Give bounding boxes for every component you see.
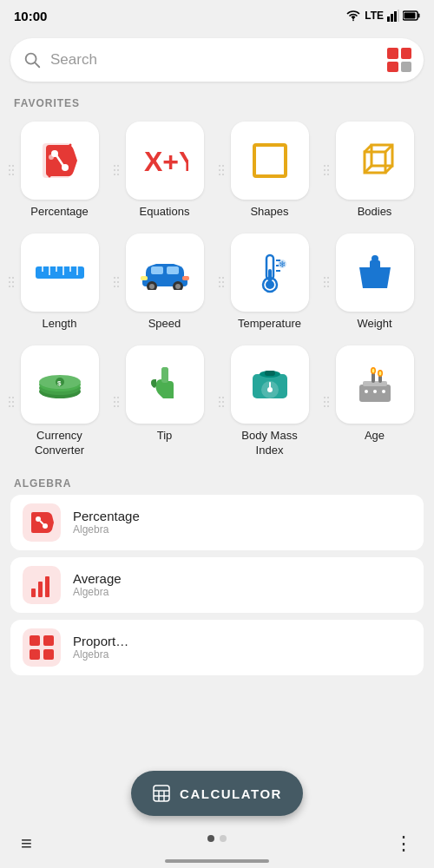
svg-point-68: [372, 368, 374, 372]
svg-rect-36: [167, 266, 179, 274]
svg-rect-5: [418, 14, 420, 18]
svg-text:$: $: [57, 379, 62, 387]
svg-point-34: [175, 284, 181, 289]
weight-label: Weight: [357, 317, 391, 332]
svg-point-62: [267, 387, 273, 392]
algebra-list: Percentage Algebra Average Algebra: [0, 495, 434, 675]
calc-item-currency[interactable]: $ CurrencyConverter: [7, 339, 112, 465]
fab-container: CALCULATOR: [0, 771, 434, 816]
percentage-label: Percentage: [30, 205, 89, 220]
drag-handle: [114, 397, 119, 407]
svg-point-32: [149, 284, 155, 289]
svg-point-73: [382, 390, 385, 393]
equations-icon-box: X+Y: [126, 122, 204, 200]
page-indicator: [207, 835, 227, 842]
bodies-label: Bodies: [358, 205, 392, 220]
tip-icon: [142, 362, 187, 407]
signal-icon: [387, 10, 399, 22]
favorites-grid: Percentage X+Y Equations Shapes: [0, 115, 434, 465]
wifi-icon: [345, 10, 361, 22]
list-subtitle-percentage: Algebra: [73, 523, 140, 536]
drag-handle: [219, 277, 224, 287]
calc-item-bodies[interactable]: Bodies: [322, 115, 427, 227]
calc-item-tip[interactable]: Tip: [112, 339, 217, 465]
age-icon: [352, 362, 398, 407]
status-bar: 10:00 LTE: [0, 0, 434, 31]
list-item-average[interactable]: Average Algebra: [10, 557, 424, 613]
grid-icon[interactable]: [387, 48, 411, 72]
drag-handle: [114, 277, 119, 287]
calc-item-length[interactable]: Length: [7, 227, 112, 339]
shapes-label: Shapes: [250, 205, 288, 220]
drag-handle: [9, 277, 14, 287]
shapes-icon: [247, 138, 293, 183]
bodies-icon-box: [336, 122, 414, 200]
calculator-icon: [152, 784, 171, 803]
calc-item-age[interactable]: Age: [322, 339, 427, 465]
grid-cell-3: [387, 62, 398, 73]
svg-rect-6: [404, 13, 416, 19]
list-text-proportion: Proport… Algebra: [73, 634, 128, 661]
svg-text:X+Y: X+Y: [144, 146, 188, 176]
svg-rect-79: [45, 576, 49, 597]
speed-icon-box: [126, 233, 204, 312]
battery-icon: [403, 10, 420, 21]
status-time: 10:00: [14, 9, 47, 23]
search-icon: [23, 50, 42, 69]
status-icons: LTE: [345, 10, 420, 22]
calc-item-weight[interactable]: Weight: [322, 227, 427, 339]
home-bar: [165, 859, 269, 863]
temperature-label: Temperature: [238, 317, 301, 332]
temperature-icon-box: ❄: [231, 233, 309, 312]
bmi-icon-box: [231, 345, 309, 424]
list-item-percentage[interactable]: Percentage Algebra: [10, 495, 424, 550]
svg-text:❄: ❄: [279, 260, 286, 269]
svg-point-42: [266, 280, 274, 289]
calc-item-equations[interactable]: X+Y Equations: [112, 115, 217, 227]
indicator-dot-1: [207, 835, 214, 842]
currency-icon: $: [35, 367, 85, 402]
algebra-label: ALGEBRA: [0, 469, 434, 495]
calc-item-bmi[interactable]: Body MassIndex: [217, 339, 322, 465]
list-item-proportion[interactable]: Proport… Algebra: [10, 620, 424, 675]
overflow-icon[interactable]: ⋮: [394, 832, 413, 855]
calc-item-shapes[interactable]: Shapes: [217, 115, 322, 227]
speed-icon: [139, 255, 191, 290]
temperature-icon: ❄: [247, 250, 293, 295]
svg-point-72: [373, 390, 377, 393]
percentage-icon: [37, 138, 82, 183]
drag-handle: [9, 397, 14, 407]
list-icon-percentage: [23, 503, 61, 542]
calc-item-temperature[interactable]: ❄ Temperature: [217, 227, 322, 339]
grid-cell-4: [401, 62, 412, 73]
equations-label: Equations: [140, 205, 190, 220]
bodies-icon: [352, 138, 398, 183]
svg-rect-83: [43, 649, 54, 660]
list-icon-proportion: [23, 628, 61, 667]
calc-item-speed[interactable]: Speed: [112, 227, 217, 339]
calc-item-percentage[interactable]: Percentage: [7, 115, 112, 227]
svg-rect-59: [265, 371, 275, 376]
list-subtitle-average: Algebra: [73, 586, 122, 598]
grid-cell-2: [401, 48, 412, 59]
svg-point-70: [378, 371, 381, 375]
percentage-icon-box: [21, 122, 99, 200]
list-title-percentage: Percentage: [73, 509, 140, 523]
svg-rect-35: [151, 266, 163, 274]
search-bar[interactable]: Search: [10, 38, 424, 82]
svg-rect-16: [254, 145, 286, 176]
svg-rect-64: [363, 381, 387, 386]
weight-icon-box: [336, 233, 414, 312]
svg-rect-2: [394, 11, 397, 22]
age-label: Age: [365, 429, 385, 444]
bmi-icon: [247, 362, 293, 407]
favorites-label: FAVORITES: [0, 89, 434, 115]
bmi-label: Body MassIndex: [241, 429, 297, 458]
menu-icon[interactable]: ≡: [21, 832, 32, 855]
svg-rect-1: [391, 14, 393, 22]
search-placeholder: Search: [50, 51, 97, 69]
list-icon-average: [23, 566, 61, 604]
drag-handle: [324, 277, 329, 287]
fab-label: CALCULATOR: [180, 786, 282, 801]
fab-calculator-button[interactable]: CALCULATOR: [131, 771, 303, 816]
